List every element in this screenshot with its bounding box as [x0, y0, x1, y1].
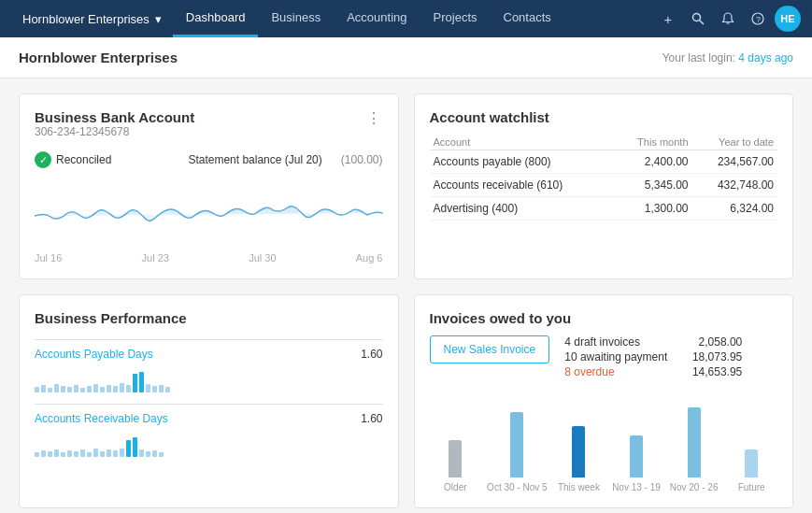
month-val-3: 1,300.00 [614, 197, 692, 221]
stat-label-2: 10 awaiting payment [564, 350, 667, 363]
bank-chart-svg [35, 174, 383, 249]
bar-thisweek-1 [572, 426, 585, 477]
bank-card-header: Business Bank Account 306-234-12345678 ⋮ [35, 109, 383, 148]
mini-bar [67, 387, 72, 392]
perf-value-1: 1.60 [361, 348, 382, 361]
bar-label-nov13: Nov 13 - 19 [612, 482, 661, 492]
invoice-stats: 4 draft invoices 2,058.00 10 awaiting pa… [564, 335, 742, 380]
nav-contacts[interactable]: Contacts [491, 0, 564, 37]
bar-group-thisweek: This week [553, 393, 605, 492]
bar-label-older: Older [444, 482, 466, 492]
invoices-title: Invoices owed to you [430, 310, 778, 326]
mini-bar [61, 386, 65, 392]
bar-pair-future [745, 393, 758, 477]
performance-card: Business Performance Accounts Payable Da… [19, 294, 399, 508]
help-icon: ? [751, 12, 764, 25]
bar-label-oct: Oct 30 - Nov 5 [487, 482, 547, 492]
col-ytd: Year to date [692, 135, 777, 150]
col-this-month: This month [614, 135, 692, 150]
mini-bar [80, 449, 85, 457]
bar-pair-thisweek [572, 393, 585, 477]
new-invoice-button[interactable]: New Sales Invoice [430, 335, 550, 363]
bar-group-nov20: Nov 20 - 26 [668, 393, 720, 492]
chart-labels: Jul 16 Jul 23 Jul 30 Aug 6 [35, 252, 383, 264]
notifications-button[interactable] [715, 6, 741, 32]
statement-label: Statement balance (Jul 20) [188, 153, 321, 166]
mini-bar [113, 450, 118, 457]
mini-bar [48, 388, 52, 392]
last-login: Your last login: 4 days ago [662, 51, 793, 64]
bar-older-1 [449, 440, 462, 477]
mini-bar [120, 383, 124, 392]
col-account: Account [430, 135, 614, 150]
perf-label-1[interactable]: Accounts Payable Days [35, 348, 153, 361]
mini-bar-highlight [139, 372, 144, 392]
mini-bar [146, 451, 150, 457]
help-button[interactable]: ? [745, 6, 771, 32]
perf-label-2[interactable]: Accounts Receivable Days [35, 412, 168, 425]
bank-menu-button[interactable]: ⋮ [366, 109, 383, 127]
stat-amount-3: 14,653.95 [686, 365, 742, 378]
add-button[interactable]: + [655, 6, 681, 32]
mini-bar [35, 452, 39, 457]
chart-label-3: Jul 30 [249, 252, 276, 264]
svg-line-1 [700, 21, 705, 25]
stat-row-3: 8 overdue 14,653.95 [564, 365, 742, 378]
mini-bar-chart-1 [35, 366, 383, 392]
nav-accounting[interactable]: Accounting [334, 0, 420, 37]
reconcile-badge: ✓ Reconciled [35, 151, 111, 168]
mini-bar [152, 450, 157, 457]
avatar[interactable]: HE [775, 6, 801, 32]
account-number: 306-234-12345678 [35, 125, 194, 138]
mini-bar [107, 385, 111, 392]
mini-bar [48, 451, 52, 457]
ytd-val-1: 234,567.00 [692, 150, 777, 174]
mini-bar [74, 451, 78, 457]
search-button[interactable] [685, 6, 711, 32]
perf-value-2: 1.60 [361, 412, 382, 425]
account-name-3: Advertising (400) [430, 197, 614, 221]
stat-amount-1: 2,058.00 [686, 335, 742, 349]
bar-group-future: Future [725, 393, 777, 492]
mini-bar [41, 385, 46, 392]
nav-business[interactable]: Business [258, 0, 334, 37]
stat-row-1: 4 draft invoices 2,058.00 [564, 335, 742, 349]
stat-label-1: 4 draft invoices [564, 335, 640, 349]
check-icon: ✓ [35, 151, 51, 168]
mini-bar [80, 388, 85, 392]
login-time-link[interactable]: 4 days ago [738, 51, 793, 64]
invoice-summary: New Sales Invoice 4 draft invoices 2,058… [430, 335, 778, 380]
navbar: Hornblower Enterprises ▾ Dashboard Busin… [0, 0, 812, 37]
bank-account-card: Business Bank Account 306-234-12345678 ⋮… [19, 93, 399, 279]
perf-row-1: Accounts Payable Days 1.60 [35, 339, 383, 392]
mini-bar [93, 449, 98, 457]
chart-label-4: Aug 6 [356, 252, 383, 264]
mini-bar [139, 449, 144, 457]
mini-bar-highlight [133, 437, 137, 457]
mini-bar [146, 384, 150, 392]
bank-card-title: Business Bank Account [35, 109, 194, 125]
brand-button[interactable]: Hornblower Enterprises ▾ [11, 12, 173, 26]
main-content: Business Bank Account 306-234-12345678 ⋮… [0, 78, 812, 513]
ytd-val-3: 6,324.00 [692, 197, 777, 221]
mini-bar [54, 449, 59, 457]
nav-dashboard[interactable]: Dashboard [173, 0, 259, 37]
mini-bar [61, 452, 65, 457]
mini-bar [113, 386, 118, 392]
table-row: Accounts receivable (610) 5,345.00 432,7… [430, 174, 778, 197]
mini-bar [152, 386, 157, 392]
brand-caret: ▾ [155, 12, 162, 26]
mini-bar-highlight [133, 374, 137, 392]
subheader: Hornblower Enterprises Your last login: … [0, 37, 812, 78]
bar-group-nov13: Nov 13 - 19 [610, 393, 662, 492]
watchlist-title: Account watchlist [430, 109, 778, 125]
bar-group-older: Older [430, 393, 482, 492]
mini-bar-chart-2 [35, 431, 383, 457]
mini-bar [120, 449, 124, 457]
bar-label-thisweek: This week [558, 482, 600, 492]
mini-bar [126, 385, 131, 392]
nav-projects[interactable]: Projects [420, 0, 491, 37]
bar-pair-older [449, 393, 462, 477]
mini-bar [107, 449, 111, 457]
month-val-2: 5,345.00 [614, 174, 692, 197]
